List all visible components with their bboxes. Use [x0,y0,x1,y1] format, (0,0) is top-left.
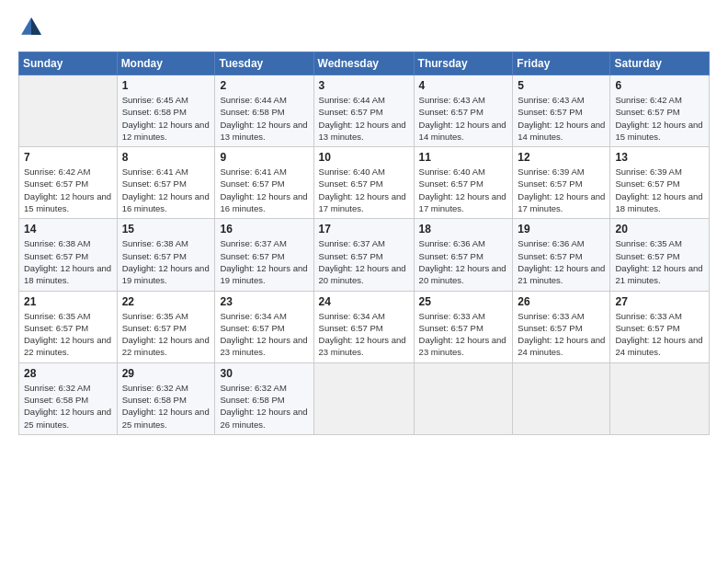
day-info: Sunrise: 6:38 AMSunset: 6:57 PMDaylight:… [24,237,112,286]
day-info: Sunrise: 6:44 AMSunset: 6:58 PMDaylight:… [220,94,308,143]
week-row-2: 7Sunrise: 6:42 AMSunset: 6:57 PMDaylight… [19,147,710,219]
day-cell: 11Sunrise: 6:40 AMSunset: 6:57 PMDayligh… [414,147,513,219]
day-number: 19 [518,223,605,236]
day-info: Sunrise: 6:32 AMSunset: 6:58 PMDaylight:… [220,382,308,431]
day-number: 8 [122,151,210,164]
day-cell: 27Sunrise: 6:33 AMSunset: 6:57 PMDayligh… [610,291,710,362]
day-cell: 21Sunrise: 6:35 AMSunset: 6:57 PMDayligh… [19,291,118,362]
day-cell: 29Sunrise: 6:32 AMSunset: 6:58 PMDayligh… [117,362,215,434]
day-info: Sunrise: 6:39 AMSunset: 6:57 PMDaylight:… [518,166,605,214]
day-number: 18 [419,223,508,236]
day-number: 20 [615,223,704,236]
day-info: Sunrise: 6:33 AMSunset: 6:57 PMDaylight:… [615,310,704,359]
day-number: 27 [615,295,704,308]
day-number: 28 [24,367,112,380]
day-cell: 13Sunrise: 6:39 AMSunset: 6:57 PMDayligh… [610,147,710,219]
day-number: 16 [220,223,308,236]
day-info: Sunrise: 6:36 AMSunset: 6:57 PMDaylight:… [419,237,508,286]
day-info: Sunrise: 6:45 AMSunset: 6:58 PMDaylight:… [122,94,210,143]
day-number: 12 [518,151,605,164]
day-info: Sunrise: 6:35 AMSunset: 6:57 PMDaylight:… [615,237,704,286]
day-info: Sunrise: 6:37 AMSunset: 6:57 PMDaylight:… [319,237,409,286]
week-row-1: 1Sunrise: 6:45 AMSunset: 6:58 PMDaylight… [19,75,710,147]
day-number: 15 [122,223,210,236]
day-info: Sunrise: 6:33 AMSunset: 6:57 PMDaylight:… [419,310,508,359]
day-number: 17 [319,223,409,236]
day-number: 11 [419,151,508,164]
day-cell: 17Sunrise: 6:37 AMSunset: 6:57 PMDayligh… [313,219,414,291]
day-cell [414,362,513,434]
day-cell: 12Sunrise: 6:39 AMSunset: 6:57 PMDayligh… [513,147,610,219]
day-number: 10 [319,151,409,164]
day-cell: 30Sunrise: 6:32 AMSunset: 6:58 PMDayligh… [215,362,313,434]
day-cell: 3Sunrise: 6:44 AMSunset: 6:57 PMDaylight… [313,75,414,147]
weekday-header-tuesday: Tuesday [215,52,313,75]
day-number: 30 [220,367,308,380]
week-row-4: 21Sunrise: 6:35 AMSunset: 6:57 PMDayligh… [19,291,710,362]
day-info: Sunrise: 6:34 AMSunset: 6:57 PMDaylight:… [220,310,308,359]
day-cell: 24Sunrise: 6:34 AMSunset: 6:57 PMDayligh… [313,291,414,362]
day-number: 22 [122,295,210,308]
day-cell: 28Sunrise: 6:32 AMSunset: 6:58 PMDayligh… [19,362,118,434]
day-info: Sunrise: 6:41 AMSunset: 6:57 PMDaylight:… [220,166,308,214]
day-cell [513,362,610,434]
weekday-header-sunday: Sunday [19,52,118,75]
day-info: Sunrise: 6:40 AMSunset: 6:57 PMDaylight:… [319,166,409,214]
header [18,15,710,40]
week-row-3: 14Sunrise: 6:38 AMSunset: 6:57 PMDayligh… [19,219,710,291]
day-info: Sunrise: 6:40 AMSunset: 6:57 PMDaylight:… [419,166,508,214]
day-number: 14 [24,223,112,236]
day-info: Sunrise: 6:43 AMSunset: 6:57 PMDaylight:… [419,94,508,143]
day-cell: 5Sunrise: 6:43 AMSunset: 6:57 PMDaylight… [513,75,610,147]
day-cell: 14Sunrise: 6:38 AMSunset: 6:57 PMDayligh… [19,219,118,291]
day-number: 13 [615,151,704,164]
day-cell: 15Sunrise: 6:38 AMSunset: 6:57 PMDayligh… [117,219,215,291]
weekday-header-friday: Friday [513,52,610,75]
logo [18,15,48,40]
day-number: 5 [518,79,605,92]
day-cell: 9Sunrise: 6:41 AMSunset: 6:57 PMDaylight… [215,147,313,219]
day-number: 7 [24,151,112,164]
day-info: Sunrise: 6:44 AMSunset: 6:57 PMDaylight:… [319,94,409,143]
day-number: 26 [518,295,605,308]
day-info: Sunrise: 6:32 AMSunset: 6:58 PMDaylight:… [24,382,112,431]
day-info: Sunrise: 6:34 AMSunset: 6:57 PMDaylight:… [319,310,409,359]
day-info: Sunrise: 6:39 AMSunset: 6:57 PMDaylight:… [615,166,704,214]
day-info: Sunrise: 6:33 AMSunset: 6:57 PMDaylight:… [518,310,605,359]
weekday-header-thursday: Thursday [414,52,513,75]
day-cell: 1Sunrise: 6:45 AMSunset: 6:58 PMDaylight… [117,75,215,147]
day-number: 21 [24,295,112,308]
day-number: 2 [220,79,308,92]
day-info: Sunrise: 6:42 AMSunset: 6:57 PMDaylight:… [615,94,704,143]
day-number: 23 [220,295,308,308]
day-info: Sunrise: 6:35 AMSunset: 6:57 PMDaylight:… [24,310,112,359]
day-cell [19,75,118,147]
weekday-header-row: SundayMondayTuesdayWednesdayThursdayFrid… [19,52,710,75]
logo-icon [18,15,44,40]
day-number: 29 [122,367,210,380]
day-cell: 8Sunrise: 6:41 AMSunset: 6:57 PMDaylight… [117,147,215,219]
day-number: 6 [615,79,704,92]
weekday-header-wednesday: Wednesday [313,52,414,75]
week-row-5: 28Sunrise: 6:32 AMSunset: 6:58 PMDayligh… [19,362,710,434]
svg-marker-1 [31,17,41,35]
day-info: Sunrise: 6:43 AMSunset: 6:57 PMDaylight:… [518,94,605,143]
weekday-header-saturday: Saturday [610,52,710,75]
day-info: Sunrise: 6:42 AMSunset: 6:57 PMDaylight:… [24,166,112,214]
day-info: Sunrise: 6:32 AMSunset: 6:58 PMDaylight:… [122,382,210,431]
day-cell: 10Sunrise: 6:40 AMSunset: 6:57 PMDayligh… [313,147,414,219]
page: SundayMondayTuesdayWednesdayThursdayFrid… [0,0,728,563]
day-number: 3 [319,79,409,92]
day-info: Sunrise: 6:35 AMSunset: 6:57 PMDaylight:… [122,310,210,359]
day-number: 24 [319,295,409,308]
day-cell: 25Sunrise: 6:33 AMSunset: 6:57 PMDayligh… [414,291,513,362]
day-cell: 7Sunrise: 6:42 AMSunset: 6:57 PMDaylight… [19,147,118,219]
day-cell: 18Sunrise: 6:36 AMSunset: 6:57 PMDayligh… [414,219,513,291]
day-cell: 23Sunrise: 6:34 AMSunset: 6:57 PMDayligh… [215,291,313,362]
day-info: Sunrise: 6:37 AMSunset: 6:57 PMDaylight:… [220,237,308,286]
day-cell: 26Sunrise: 6:33 AMSunset: 6:57 PMDayligh… [513,291,610,362]
day-cell [610,362,710,434]
day-number: 4 [419,79,508,92]
day-info: Sunrise: 6:38 AMSunset: 6:57 PMDaylight:… [122,237,210,286]
day-cell: 22Sunrise: 6:35 AMSunset: 6:57 PMDayligh… [117,291,215,362]
